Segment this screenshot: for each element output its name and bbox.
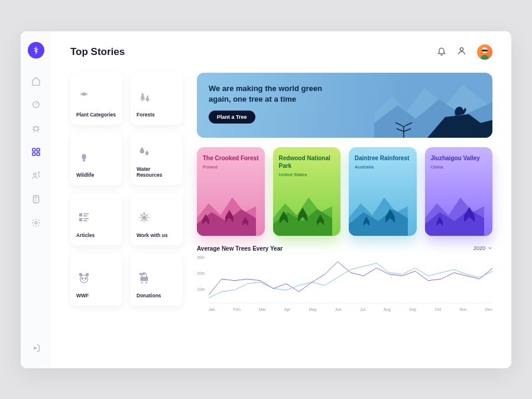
svg-rect-29 <box>140 273 142 275</box>
cat-label: Work with us <box>137 232 168 238</box>
cat-label: Forests <box>137 112 155 118</box>
nav-home-icon[interactable] <box>27 72 46 90</box>
svg-point-9 <box>460 47 463 50</box>
svg-point-25 <box>83 280 85 281</box>
palm-icon <box>77 90 90 106</box>
avatar[interactable] <box>477 44 492 60</box>
x-axis: JanFebMarAprMayJunJulAugSepOctNovDec <box>209 307 492 312</box>
forest-art-icon <box>273 189 332 236</box>
svg-point-1 <box>34 126 38 131</box>
plot: JanFebMarAprMayJunJulAugSepOctNovDec <box>209 255 492 312</box>
forest-art-icon <box>349 189 408 236</box>
cat-wwf[interactable]: WWF <box>70 254 122 306</box>
cat-label: Water Resources <box>137 166 177 178</box>
chart-section: Average New Trees Every Year 2020 30m20m… <box>197 245 492 312</box>
forest-title: The Crooked Forest <box>203 154 259 162</box>
svg-point-24 <box>85 277 87 280</box>
forest-art-icon <box>425 189 484 236</box>
svg-rect-4 <box>33 153 35 155</box>
categories-grid: Plant Categories Forests Wildlife Water … <box>70 73 183 312</box>
content-body: Plant Categories Forests Wildlife Water … <box>70 73 492 312</box>
svg-point-8 <box>35 222 37 224</box>
nav-grid-icon[interactable] <box>27 142 46 161</box>
star-icon <box>138 211 151 226</box>
chevron-down-icon <box>488 246 492 251</box>
svg-point-22 <box>80 275 88 283</box>
list-icon <box>77 211 90 226</box>
year-label: 2020 <box>473 245 485 251</box>
bell-icon[interactable] <box>437 46 446 58</box>
chart-header: Average New Trees Every Year 2020 <box>197 245 492 252</box>
forest-location: Australia <box>355 164 411 170</box>
svg-rect-5 <box>37 153 40 155</box>
svg-rect-11 <box>482 50 488 51</box>
svg-point-27 <box>141 281 143 283</box>
main-content: Top Stories Plant Categories Forests Wil… <box>51 31 511 368</box>
cat-label: Wildlife <box>76 172 94 178</box>
cat-label: Donations <box>137 293 161 299</box>
svg-point-23 <box>81 277 83 280</box>
svg-rect-17 <box>83 218 89 219</box>
nav-dashboard-icon[interactable] <box>27 95 46 114</box>
cat-plant-categories[interactable]: Plant Categories <box>70 73 122 125</box>
hero-banner: We are making the world green again, one… <box>197 73 492 138</box>
nav-bug-icon[interactable] <box>27 119 46 138</box>
header: Top Stories <box>70 44 492 60</box>
cat-donations[interactable]: Donations <box>131 254 183 306</box>
nav-logout-icon[interactable] <box>27 339 46 358</box>
chart-body: 30m20m10m JanFebMarAprMayJunJulAugSepOct… <box>197 255 492 312</box>
sidebar <box>21 31 51 368</box>
plant-tree-button[interactable]: Plant a Tree <box>209 111 255 124</box>
panda-icon <box>77 271 90 287</box>
forest-card-daintree[interactable]: Daintree RainforestAustralia <box>349 147 417 236</box>
svg-point-12 <box>83 92 86 95</box>
plot-area <box>209 255 492 303</box>
forest-card-jiuzhaigou[interactable]: Jiuzhaigou ValleyChina <box>425 147 493 236</box>
forest-location: China <box>431 164 487 170</box>
header-actions <box>437 44 492 60</box>
svg-point-6 <box>34 173 36 175</box>
svg-rect-13 <box>79 213 83 216</box>
brand-logo[interactable] <box>28 42 44 59</box>
deer-icon <box>77 151 90 166</box>
hero-title: We are making the world green again, one… <box>209 83 345 105</box>
cat-label: Articles <box>76 232 95 238</box>
nav-settings-icon[interactable] <box>27 213 46 232</box>
right-column: We are making the world green again, one… <box>197 73 492 312</box>
svg-point-19 <box>142 216 146 219</box>
forest-location: United States <box>279 172 335 177</box>
cart-icon <box>138 271 151 287</box>
svg-rect-30 <box>142 272 145 275</box>
cat-forests[interactable]: Forests <box>131 73 183 125</box>
forests-row: The Crooked ForestPoland Redwood Nationa… <box>197 147 492 236</box>
pines-icon <box>138 90 151 106</box>
nav-users-icon[interactable] <box>27 166 46 185</box>
nav-calculator-icon[interactable] <box>27 190 46 209</box>
svg-rect-16 <box>79 218 83 221</box>
forest-card-crooked[interactable]: The Crooked ForestPoland <box>197 147 265 236</box>
forest-title: Daintree Rainforest <box>355 154 411 162</box>
cat-wildlife[interactable]: Wildlife <box>70 133 122 185</box>
user-icon[interactable] <box>457 46 466 58</box>
drops-icon <box>138 145 151 160</box>
forest-art-icon <box>197 189 256 236</box>
cat-label: WWF <box>76 293 89 299</box>
svg-rect-2 <box>33 148 35 151</box>
cat-label: Plant Categories <box>76 112 116 118</box>
hero-art-icon <box>374 73 492 138</box>
cat-work-with-us[interactable]: Work with us <box>131 193 183 245</box>
chart-title: Average New Trees Every Year <box>197 245 283 252</box>
year-select[interactable]: 2020 <box>473 245 492 251</box>
forest-title: Redwood National Park <box>279 154 335 170</box>
svg-point-0 <box>33 101 40 108</box>
forest-title: Jiuzhaigou Valley <box>431 154 487 162</box>
cat-water-resources[interactable]: Water Resources <box>131 133 183 185</box>
cat-articles[interactable]: Articles <box>70 193 122 245</box>
svg-rect-14 <box>83 213 89 214</box>
svg-rect-18 <box>83 220 87 221</box>
forest-card-redwood[interactable]: Redwood National ParkUnited States <box>273 147 341 236</box>
y-axis: 30m20m10m <box>197 255 209 312</box>
svg-point-28 <box>145 281 147 283</box>
forest-location: Poland <box>203 164 259 170</box>
page-title: Top Stories <box>70 46 125 58</box>
